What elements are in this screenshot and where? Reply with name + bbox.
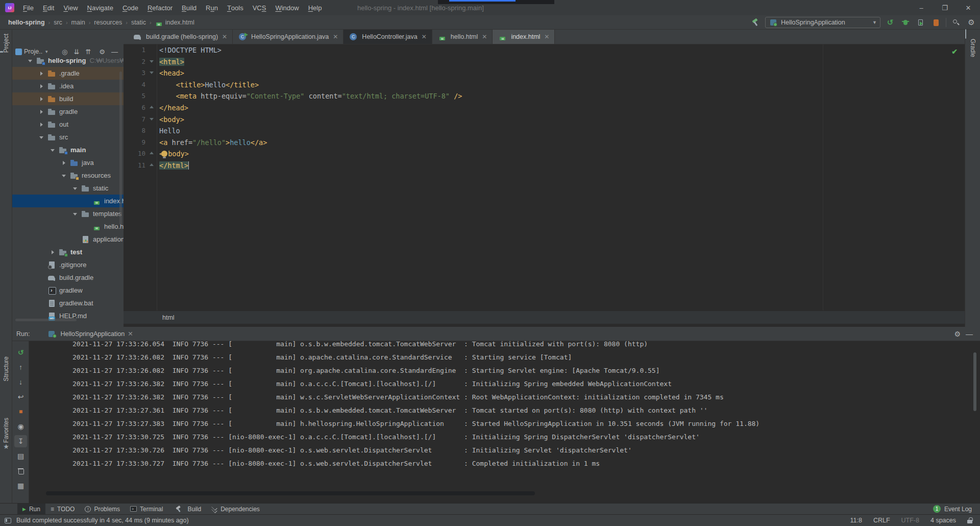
tree-row-gradlew-bat[interactable]: gradlew.bat xyxy=(12,297,124,309)
tool-window-switcher-icon[interactable] xyxy=(5,518,11,523)
menu-item-help[interactable]: Help xyxy=(304,0,327,15)
favorites-stripe-button[interactable]: Favorites ★ xyxy=(0,418,12,450)
dump-threads-icon[interactable]: ◉ xyxy=(14,420,27,433)
close-tab-icon[interactable]: ✕ xyxy=(422,33,427,40)
toolwindow-button-run[interactable]: ▶Run xyxy=(17,504,45,515)
breadcrumb-item-static[interactable]: static xyxy=(130,19,147,26)
rerun-application-icon[interactable]: ↺ xyxy=(885,17,896,28)
close-tab-icon[interactable]: ✕ xyxy=(482,33,487,40)
tree-row-resources[interactable]: resources xyxy=(12,169,124,182)
chevron-down-icon[interactable] xyxy=(37,133,47,141)
chevron-down-icon[interactable] xyxy=(59,172,69,180)
close-icon[interactable]: ✕ xyxy=(128,330,133,338)
breadcrumb-item-src[interactable]: src xyxy=(53,19,63,26)
tree-row-java[interactable]: java xyxy=(12,156,124,169)
console-output[interactable]: 2021-11-27 17:33:26.054 INFO 7736 --- [ … xyxy=(30,341,980,489)
tree-row--idea[interactable]: .idea xyxy=(12,80,124,92)
build-hammer-icon[interactable] xyxy=(750,17,761,28)
event-log-button[interactable]: 1 Event Log xyxy=(933,505,972,513)
print-icon[interactable]: ▤ xyxy=(14,450,27,462)
editor-tab-index-html[interactable]: index.html✕ xyxy=(493,30,555,44)
chevron-right-icon[interactable] xyxy=(37,108,47,116)
tree-row-gradlew[interactable]: gradlew xyxy=(12,284,124,297)
scroll-to-end-icon[interactable]: ↧ xyxy=(14,435,27,447)
tree-row-index-html[interactable]: index.html xyxy=(12,195,124,207)
line-ending-widget[interactable]: CRLF xyxy=(873,517,890,524)
rerun-icon[interactable]: ↺ xyxy=(14,346,27,358)
run-configuration-select[interactable]: HelloSpringApplication ▼ xyxy=(765,17,880,28)
tree-row-out[interactable]: out xyxy=(12,118,124,131)
chevron-right-icon[interactable] xyxy=(59,159,69,167)
breadcrumb-item-index.html[interactable]: index.html xyxy=(164,19,195,26)
tree-row-src[interactable]: src xyxy=(12,131,124,144)
close-tab-icon[interactable]: ✕ xyxy=(333,33,338,40)
menu-item-window[interactable]: Window xyxy=(271,0,303,15)
tree-row-hello-spring[interactable]: hello-springC:₩Users₩wshjm₩D xyxy=(12,54,124,67)
tree-row-application-properti[interactable]: application.properti xyxy=(12,233,124,246)
toolwindow-button-dependencies[interactable]: Dependencies xyxy=(206,504,265,515)
menu-item-view[interactable]: View xyxy=(59,0,82,15)
minimize-button[interactable]: – xyxy=(910,0,933,15)
menu-item-build[interactable]: Build xyxy=(177,0,201,15)
inspections-ok-icon[interactable]: ✔ xyxy=(951,47,958,56)
editor-area[interactable]: build.gradle (hello-spring)✕HelloSpringA… xyxy=(124,30,965,327)
chevron-right-icon[interactable] xyxy=(37,82,47,90)
tree-row-build-gradle[interactable]: build.gradle xyxy=(12,271,124,284)
chevron-down-icon[interactable] xyxy=(70,184,81,193)
chevron-down-icon[interactable] xyxy=(26,57,36,65)
soft-wrap-icon[interactable]: ↩ xyxy=(14,391,27,403)
tree-row-test[interactable]: test xyxy=(12,246,124,258)
chevron-right-icon[interactable] xyxy=(37,69,47,78)
fold-marker[interactable] xyxy=(149,151,154,156)
lock-icon[interactable] xyxy=(967,517,973,523)
toolwindow-button-terminal[interactable]: >Terminal xyxy=(125,504,168,515)
indent-widget[interactable]: 4 spaces xyxy=(930,517,956,524)
maximize-button[interactable]: ❐ xyxy=(933,0,957,15)
stop-icon[interactable] xyxy=(930,17,942,28)
debug-icon[interactable] xyxy=(900,17,911,28)
menu-item-run[interactable]: Run xyxy=(201,0,223,15)
tree-row--gitignore[interactable]: .gitignore xyxy=(12,258,124,271)
chevron-right-icon[interactable] xyxy=(37,95,47,103)
fold-marker[interactable] xyxy=(149,70,154,75)
menu-item-navigate[interactable]: Navigate xyxy=(83,0,118,15)
menu-item-code[interactable]: Code xyxy=(118,0,143,15)
menu-item-tools[interactable]: Tools xyxy=(223,0,248,15)
run-with-coverage-icon[interactable] xyxy=(915,17,926,28)
fold-marker[interactable] xyxy=(149,105,154,110)
project-stripe-button[interactable]: Project xyxy=(0,30,12,53)
run-configuration-tab[interactable]: HelloSpringApplication ✕ xyxy=(43,327,137,341)
up-stack-trace-icon[interactable]: ↑ xyxy=(14,361,27,373)
chevron-down-icon[interactable] xyxy=(48,146,58,154)
encoding-widget[interactable]: UTF-8 xyxy=(901,517,919,524)
tree-row-main[interactable]: main xyxy=(12,144,124,156)
breadcrumb-item-main[interactable]: main xyxy=(70,19,86,26)
close-button[interactable]: ✕ xyxy=(957,0,980,15)
chevron-right-icon[interactable] xyxy=(37,121,47,129)
console-vertical-scrollbar[interactable] xyxy=(973,352,976,411)
editor-tab-hellocontroller-java[interactable]: HelloController.java✕ xyxy=(344,30,432,44)
tree-row-hello-html[interactable]: hello.html xyxy=(12,220,124,233)
restore-layout-icon[interactable]: ▦ xyxy=(14,480,27,492)
fold-marker[interactable] xyxy=(149,116,154,122)
menu-item-edit[interactable]: Edit xyxy=(38,0,59,15)
intention-bulb-icon[interactable] xyxy=(161,151,167,157)
console-horizontal-scrollbar[interactable] xyxy=(46,491,535,495)
tree-row-templates[interactable]: templates xyxy=(12,207,124,220)
gradle-stripe-button[interactable]: Gradle xyxy=(965,30,980,57)
toolwindow-button-todo[interactable]: ≡TODO xyxy=(45,504,80,515)
clear-all-icon[interactable] xyxy=(14,465,27,477)
breadcrumb-item-hello-spring[interactable]: hello-spring xyxy=(7,19,46,26)
editor-tab-hello-html[interactable]: hello.html✕ xyxy=(432,30,493,44)
tree-row--gradle[interactable]: .gradle xyxy=(12,67,124,80)
structure-stripe-button[interactable]: Structure xyxy=(0,356,12,381)
menu-item-vcs[interactable]: VCS xyxy=(248,0,271,15)
editor-tab-hellospringapplication-java[interactable]: HelloSpringApplication.java✕ xyxy=(233,30,344,44)
toolwindow-button-problems[interactable]: !Problems xyxy=(80,504,125,515)
hide-run-panel-icon[interactable]: — xyxy=(966,330,973,338)
close-tab-icon[interactable]: ✕ xyxy=(544,33,549,40)
tree-horizontal-scrollbar[interactable] xyxy=(15,319,77,321)
breadcrumb-item-resources[interactable]: resources xyxy=(93,19,123,26)
editor-tab-build-gradle-hello-spring-[interactable]: build.gradle (hello-spring)✕ xyxy=(128,30,233,44)
search-everywhere-icon[interactable] xyxy=(950,17,962,28)
